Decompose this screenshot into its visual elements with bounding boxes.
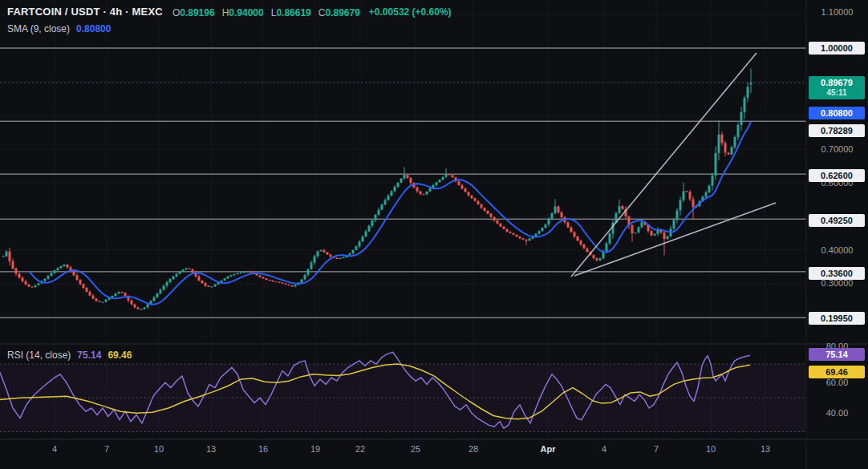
rsi-ma-value-label: 69.46	[809, 366, 865, 378]
level-price-label: 0.62600	[809, 169, 865, 182]
chart-canvas[interactable]	[0, 0, 868, 469]
ohlc-item: C0.89679	[318, 7, 360, 18]
price-axis-label: 0.70000	[806, 144, 868, 155]
ohlc-item: O0.89196	[172, 7, 215, 18]
time-axis-label: 7	[639, 444, 674, 454]
rsi-legend[interactable]: RSI (14, close) 75.14 69.46	[7, 346, 132, 363]
sma-value-label: 0.80800	[809, 107, 865, 119]
symbol-legend-row[interactable]: FARTCOIN / USDT · 4h · MEXC O0.89196H0.9…	[7, 3, 452, 20]
ohlc-item: H0.94000	[222, 7, 264, 18]
time-axis-label: 13	[748, 444, 783, 454]
time-axis-label: Apr	[530, 444, 566, 454]
price-axis[interactable]: 0.89679 45:11 0.80800 75.14 69.46 1.1000…	[806, 0, 868, 469]
time-axis-label: 10	[693, 444, 728, 454]
candle-countdown: 45:11	[809, 88, 865, 99]
price-axis-label: 1.10000	[806, 6, 868, 18]
time-axis-label: 4	[37, 444, 72, 454]
sma-legend-row[interactable]: SMA (9, close) 0.80800	[7, 20, 452, 37]
current-price-value: 0.89679	[809, 77, 865, 88]
time-axis-label: 19	[298, 444, 333, 454]
time-axis-label: 22	[343, 444, 378, 454]
price-axis-label: 0.40000	[806, 245, 868, 256]
level-price-label: 0.78289	[809, 124, 865, 137]
sma-indicator-label: SMA (9, close)	[7, 23, 70, 34]
rsi-indicator-value: 75.14	[77, 350, 101, 361]
ohlc-letter: H	[222, 7, 229, 18]
time-axis-label: 13	[193, 444, 229, 454]
level-price-label: 0.33600	[809, 267, 865, 280]
level-price-label: 0.19950	[809, 312, 865, 325]
level-price-label: 0.49250	[809, 214, 865, 227]
price-change: +0.00532 (+0.60%)	[369, 6, 452, 18]
rsi-value-label: 75.14	[809, 348, 865, 361]
sma-indicator-value: 0.80800	[76, 23, 111, 34]
current-price-label: 0.89679 45:11	[809, 76, 865, 99]
time-axis-label: 7	[89, 444, 124, 454]
time-axis-label: 16	[245, 444, 281, 454]
rsi-indicator-label: RSI (14, close)	[7, 350, 71, 361]
time-axis-label: 4	[586, 444, 622, 454]
ohlc-value: 0.86619	[276, 7, 310, 18]
ohlc-letter: O	[172, 7, 180, 18]
ohlc-values: O0.89196H0.94000L0.86619C0.89679	[172, 5, 367, 19]
price-axis-label: 40.00	[806, 407, 868, 418]
symbol-title: FARTCOIN / USDT · 4h · MEXC	[7, 6, 163, 18]
time-axis-label: 28	[456, 444, 491, 454]
trading-chart-app: FARTCOIN / USDT · 4h · MEXC O0.89196H0.9…	[0, 0, 868, 469]
ohlc-item: L0.86619	[271, 7, 311, 18]
main-legend[interactable]: FARTCOIN / USDT · 4h · MEXC O0.89196H0.9…	[7, 3, 452, 37]
rsi-ma-indicator-value: 69.46	[107, 350, 132, 361]
time-axis-label: 10	[141, 444, 176, 454]
time-axis-label: 25	[398, 444, 433, 454]
rsi-legend-row[interactable]: RSI (14, close) 75.14 69.46	[7, 346, 132, 363]
ohlc-value: 0.89679	[325, 7, 359, 18]
price-axis-label: 60.00	[806, 377, 868, 388]
level-price-label: 1.00000	[809, 42, 865, 55]
ohlc-value: 0.94000	[229, 7, 263, 18]
time-axis[interactable]: 4710131619222528Apr471013	[0, 439, 806, 469]
ohlc-value: 0.89196	[180, 7, 214, 18]
